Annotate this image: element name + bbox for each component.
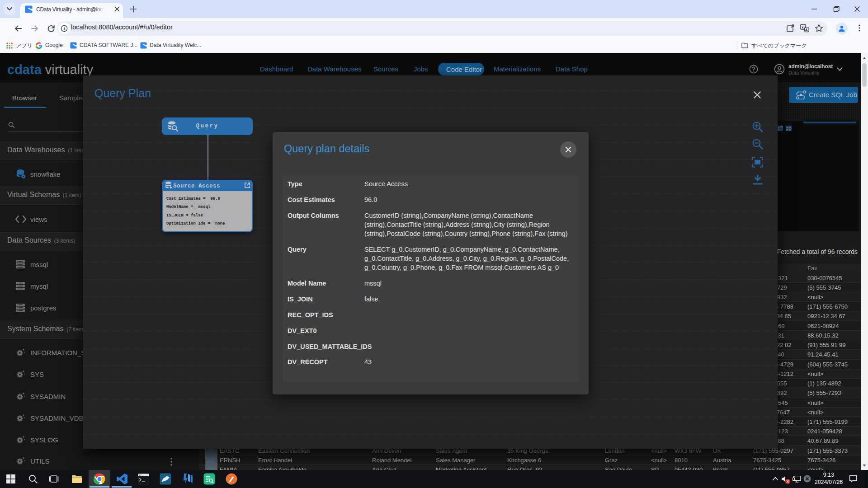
svg-text:C:\_: C:\_ [139,474,144,476]
